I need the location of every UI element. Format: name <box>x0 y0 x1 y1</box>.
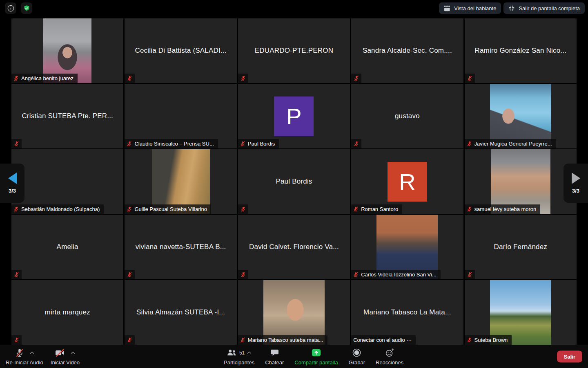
muted-mic-icon <box>127 141 132 146</box>
participant-tile[interactable]: gustavo <box>351 84 463 148</box>
participant-tile[interactable]: Cecilia Di Battista (SALADI... <box>125 18 236 83</box>
exit-fullscreen-button[interactable]: Salir de pantalla completa <box>503 2 585 14</box>
encryption-shield-button[interactable] <box>21 2 32 14</box>
muted-mic-icon <box>467 141 472 146</box>
participant-name: Sandra Alcalde-Sec. Com.... <box>363 47 452 55</box>
participant-avatar: P <box>274 96 314 136</box>
participant-name: Darío Fernández <box>494 243 548 251</box>
participant-name-tag: Guille Pascual Suteba Villarino <box>125 204 211 214</box>
participants-count: 51 <box>239 350 245 356</box>
participant-tile[interactable]: Sebastián Maldonado (Suipacha) <box>11 149 123 214</box>
audio-status-tag: Conectar con el audio ··· <box>351 335 416 345</box>
participant-tile[interactable]: Cristian SUTEBA Pte. PER... <box>11 84 123 148</box>
next-page-button[interactable]: 3/3 <box>564 164 588 203</box>
video-options-chevron-icon[interactable] <box>71 351 75 354</box>
participant-tile[interactable]: viviana navetta-SUTEBA B... <box>125 215 236 279</box>
participant-name: Suteba Brown <box>474 337 508 343</box>
muted-mic-icon <box>240 337 245 343</box>
muted-mic-icon <box>353 272 359 277</box>
participant-name: Silvia Almazán SUTEBA -I... <box>136 308 225 316</box>
participant-name: Angélica benito juarez <box>21 75 74 81</box>
page-indicator: 3/3 <box>572 188 579 194</box>
speaker-view-label: Vista del hablante <box>454 5 496 11</box>
previous-page-arrow-icon <box>8 173 17 184</box>
participant-tile[interactable]: Paul Bordis <box>238 149 350 214</box>
previous-page-button[interactable]: 3/3 <box>0 164 24 203</box>
participant-name: Sebastián Maldonado (Suipacha) <box>21 206 100 212</box>
reactions-icon <box>385 348 394 357</box>
muted-mic-icon <box>127 206 132 212</box>
participant-tile[interactable]: samuel levy suteba moron <box>465 149 577 214</box>
muted-mic-icon <box>14 141 19 146</box>
participant-avatar: R <box>388 162 427 202</box>
participant-name-tag: samuel levy suteba moron <box>465 204 541 214</box>
chat-label: Chatear <box>265 359 284 366</box>
participant-tile[interactable]: Javier Mugica General Pueyrre... <box>465 84 577 148</box>
muted-mic-icon <box>354 76 359 81</box>
participant-name: Paul Bordis <box>248 141 275 147</box>
reactions-button[interactable]: Reacciones <box>376 348 403 366</box>
participant-tile[interactable]: Guille Pascual Suteba Villarino <box>125 149 236 214</box>
speaker-view-button[interactable]: Vista del hablante <box>439 2 501 14</box>
share-screen-button[interactable]: Compartir pantalla <box>294 348 338 366</box>
unmute-audio-button[interactable]: Re-Iniciar Audio <box>6 348 43 366</box>
participant-name: Mariano Tabasco La Mata... <box>363 308 451 316</box>
muted-mic-icon <box>353 206 359 212</box>
participant-tile[interactable]: Claudio Siniscalco – Prensa SU... <box>125 84 236 148</box>
participant-tile[interactable]: PPaul Bordis <box>238 84 350 148</box>
muted-mic-icon <box>354 141 359 146</box>
participant-tile[interactable]: Silvia Almazán SUTEBA -I... <box>125 280 236 345</box>
audio-options-chevron-icon[interactable] <box>30 351 34 354</box>
camera-muted-icon <box>55 348 65 358</box>
participant-tile[interactable]: Ramiro González San Nico... <box>465 18 577 83</box>
muted-mic-icon <box>13 76 19 81</box>
meeting-toolbar: Re-Iniciar Audio Iniciar Video 51 Partic… <box>0 345 588 368</box>
participant-name: Guille Pascual Suteba Villarino <box>134 206 207 212</box>
participants-button[interactable]: 51 Participantes <box>224 348 254 366</box>
muted-mic-icon <box>14 337 19 343</box>
participant-name-tag: Claudio Siniscalco – Prensa SU... <box>125 139 218 148</box>
participants-chevron-icon[interactable] <box>247 351 252 354</box>
participant-tile[interactable]: EDUARDO-PTE.PERON <box>238 18 350 83</box>
participant-tile[interactable]: Suteba Brown <box>465 280 577 345</box>
leave-button[interactable]: Salir <box>557 350 582 362</box>
record-button[interactable]: Grabar <box>349 348 365 366</box>
muted-mic-icon <box>467 272 472 277</box>
participant-tile[interactable]: Mariano Tabasco suteba mata... <box>238 280 350 345</box>
muted-mic-tag <box>238 74 248 83</box>
participant-name: Amelia <box>57 243 78 251</box>
muted-mic-tag <box>465 74 475 83</box>
participant-tile[interactable]: mirta marquez <box>11 280 123 345</box>
participant-name-tag: Suteba Brown <box>465 335 512 345</box>
participant-tile[interactable]: Amelia <box>11 215 123 279</box>
chat-icon <box>270 349 279 357</box>
participant-name: Javier Mugica General Pueyrre... <box>474 141 552 147</box>
muted-mic-icon <box>127 337 132 343</box>
meeting-info-button[interactable] <box>5 2 16 14</box>
muted-mic-tag <box>351 139 361 148</box>
record-label: Grabar <box>349 359 365 366</box>
start-video-button[interactable]: Iniciar Video <box>51 348 80 366</box>
participant-name: gustavo <box>395 112 420 120</box>
muted-mic-tag <box>11 139 22 148</box>
chat-button[interactable]: Chatear <box>265 348 284 366</box>
participant-tile[interactable]: Carlos Videla Iozzolino San Vi... <box>351 215 463 279</box>
shield-check-icon <box>23 5 30 12</box>
muted-mic-icon <box>467 206 472 212</box>
muted-mic-icon <box>241 76 246 81</box>
participant-tile[interactable]: RRoman Santoro <box>351 149 463 214</box>
participant-name: David Calvet. Florencio Va... <box>249 243 339 251</box>
participant-name-tag: Paul Bordis <box>238 139 279 148</box>
muted-mic-icon <box>467 337 472 343</box>
muted-mic-tag <box>11 270 22 279</box>
participant-tile[interactable]: Angélica benito juarez <box>11 18 123 83</box>
participant-tile[interactable]: David Calvet. Florencio Va... <box>238 215 350 279</box>
muted-mic-tag <box>351 74 361 83</box>
participant-name-tag: Javier Mugica General Pueyrre... <box>465 139 556 148</box>
participant-tile[interactable]: Mariano Tabasco La Mata...Conectar con e… <box>351 280 463 345</box>
participant-tile[interactable]: Sandra Alcalde-Sec. Com.... <box>351 18 463 83</box>
participant-name-tag: Roman Santoro <box>351 204 402 214</box>
participant-name: mirta marquez <box>45 308 90 316</box>
participant-tile[interactable]: Darío Fernández <box>465 215 577 279</box>
mic-muted-icon <box>15 348 24 358</box>
